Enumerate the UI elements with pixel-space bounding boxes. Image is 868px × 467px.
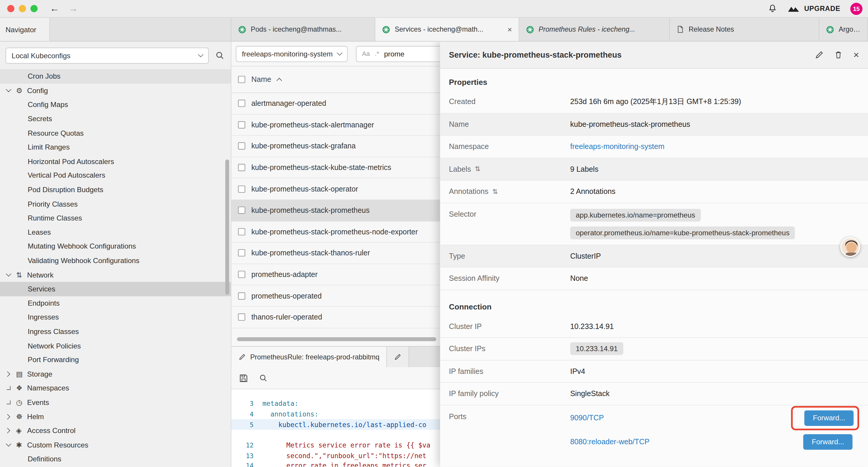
sidebar-item[interactable]: Ingress Classes [0,324,231,339]
namespace-select[interactable]: freeleaps-monitoring-system [236,46,347,62]
minimize-window-button[interactable] [19,5,26,12]
expander-chevron-icon[interactable] [6,372,16,376]
sidebar-item[interactable]: ⚙ Config [0,83,231,97]
sidebar-item[interactable]: Limit Ranges [0,140,231,154]
table-row[interactable]: kube-prometheus-stack-operator [231,178,440,200]
row-checkbox[interactable] [238,100,245,107]
table-row[interactable]: kube-prometheus-stack-prometheus [231,200,440,221]
sidebar-item[interactable]: Secrets [0,112,231,126]
tab-argo[interactable]: Argo Se [819,18,868,41]
kubeconfig-select[interactable]: Local Kubeconfigs [6,47,209,63]
port-link-8080[interactable]: 8080:reloader-web/TCP [570,437,650,446]
table-row[interactable]: kube-prometheus-stack-thanos-ruler [231,243,440,264]
row-checkbox[interactable] [238,250,245,257]
close-drawer-icon[interactable]: × [853,50,859,60]
name-column-header[interactable]: Name [251,76,271,84]
table-row[interactable]: kube-prometheus-stack-prometheus-node-ex… [231,222,440,243]
sidebar-item[interactable]: Priority Classes [0,197,231,211]
sidebar-item[interactable]: ❖ Namespaces [0,381,231,395]
row-checkbox[interactable] [238,271,245,278]
port-forward-button-9090[interactable]: Forward... [804,410,854,425]
upgrade-button[interactable]: UPGRADE [787,4,840,13]
sidebar-item[interactable]: ▤ Storage [0,367,231,381]
match-case-toggle[interactable]: Aa [362,51,370,57]
search-input[interactable]: Aa .* prome [356,46,440,62]
row-checkbox[interactable] [238,164,245,171]
table-row[interactable]: kube-prometheus-stack-kube-state-metrics [231,157,440,178]
tab-services[interactable]: Services - icecheng@math... × [375,18,519,41]
sidebar-item[interactable]: Cron Jobs [0,69,231,83]
sidebar-item[interactable]: Port Forwarding [0,353,231,367]
select-all-checkbox[interactable] [238,76,245,83]
back-button[interactable]: ← [50,4,59,13]
row-label: Selector [449,209,476,218]
editor-search-icon[interactable] [259,374,267,382]
sidebar-item[interactable]: ◈ Access Control [0,424,231,438]
table-row[interactable]: kube-prometheus-stack-alertmanager [231,114,440,136]
port-link-9090[interactable]: 9090/TCP [570,414,604,422]
close-tab-icon[interactable]: × [505,25,512,34]
sidebar-item[interactable]: Endpoints [0,296,231,310]
row-checkbox[interactable] [238,207,245,214]
sidebar-item[interactable]: Network Policies [0,339,231,353]
annotations-expand-icon[interactable]: ⇅ [492,188,498,195]
sidebar-search-icon[interactable] [215,51,224,60]
save-icon[interactable] [239,374,248,382]
expander-chevron-icon[interactable] [6,89,16,91]
namespace-link[interactable]: freeleaps-monitoring-system [570,143,664,151]
delete-trash-icon[interactable] [835,51,843,59]
row-checkbox[interactable] [238,228,245,235]
table-row[interactable]: prometheus-adapter [231,264,440,285]
regex-toggle[interactable]: .* [375,51,379,57]
dock-tab-prometheusrule[interactable]: PrometheusRule: freeleaps-prod-rabbitmq [231,347,387,367]
sidebar-item[interactable]: Ingresses [0,310,231,324]
sidebar-item[interactable]: Services [0,282,231,296]
sidebar-item[interactable]: ◷ Events [0,395,231,409]
row-checkbox[interactable] [238,292,245,299]
table-row[interactable]: kube-prometheus-stack-grafana [231,136,440,157]
sidebar-item[interactable]: ⇅ Network [0,268,231,282]
sidebar-item[interactable]: Pod Disruption Budgets [0,183,231,197]
labels-expand-icon[interactable]: ⇅ [475,165,480,173]
sidebar-item[interactable]: Vertical Pod Autoscalers [0,169,231,183]
tab-pods[interactable]: Pods - icecheng@mathmas... [231,18,375,41]
expander-chevron-icon[interactable] [6,444,16,446]
forward-nav-button[interactable]: → [68,4,78,13]
table-row[interactable]: alertmanager-operated [231,93,440,114]
sidebar-item[interactable]: Mutating Webhook Configurations [0,239,231,254]
sidebar-item[interactable]: Validating Webhook Configurations [0,254,231,268]
yaml-editor[interactable]: 3 metadata: 4 annotations: 5 kubectl.kub… [231,389,440,467]
tab-release-notes[interactable]: Release Notes [670,18,819,41]
dock-tab-partial[interactable] [387,347,409,367]
sidebar-item-label: Config [27,86,48,95]
sidebar-item[interactable]: Leases [0,225,231,239]
maximize-window-button[interactable] [30,5,37,12]
sidebar-item[interactable]: Config Maps [0,97,231,112]
row-checkbox[interactable] [238,143,245,150]
sidebar-item[interactable]: Horizontal Pod Autoscalers [0,154,231,169]
tab-prometheus-rules[interactable]: Prometheus Rules - icecheng... [519,18,670,41]
horizontal-scrollbar[interactable] [237,337,436,341]
expander-chevron-icon[interactable] [6,401,16,404]
port-forward-button-8080[interactable]: Forward... [804,434,852,449]
table-row[interactable]: thanos-ruler-operated [231,307,440,328]
navigator-tab[interactable]: Navigator [0,18,50,41]
expander-chevron-icon[interactable] [6,274,16,276]
row-checkbox[interactable] [238,121,245,128]
sidebar-item[interactable]: Definitions [0,452,231,466]
edit-icon[interactable] [815,51,824,59]
code-line: 3 metadata: [231,399,440,409]
sidebar-item[interactable]: ✱ Custom Resources [0,438,231,452]
table-row[interactable]: prometheus-operated [231,286,440,307]
expander-chevron-icon[interactable] [6,415,16,418]
row-checkbox[interactable] [238,314,245,321]
sidebar-item[interactable]: Runtime Classes [0,211,231,225]
sidebar-item[interactable]: Resource Quotas [0,126,231,140]
row-checkbox[interactable] [238,185,245,193]
notifications-bell-icon[interactable] [768,4,777,13]
expander-chevron-icon[interactable] [6,386,16,390]
sidebar-item[interactable]: ☸ Helm [0,409,231,424]
sidebar-scrollbar[interactable] [225,159,229,295]
close-window-button[interactable] [7,5,14,12]
expander-chevron-icon[interactable] [6,429,16,433]
